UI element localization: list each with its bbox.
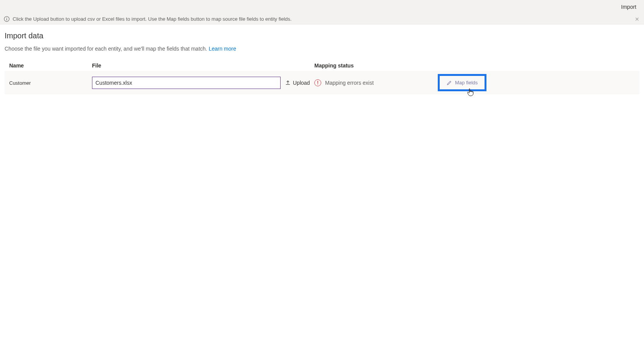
page-description: Choose the file you want imported for ea… <box>5 46 639 52</box>
upload-button[interactable]: Upload <box>285 80 310 86</box>
map-fields-highlight: Map fields <box>438 74 486 91</box>
upload-icon <box>285 80 291 86</box>
page-description-text: Choose the file you want imported for ea… <box>5 46 209 52</box>
main-content: Import data Choose the file you want imp… <box>0 25 644 94</box>
column-header-name: Name <box>9 62 92 69</box>
map-fields-label: Map fields <box>455 80 478 86</box>
pencil-icon <box>447 80 452 86</box>
import-header-label: Import <box>621 4 636 10</box>
mapping-status-text: Mapping errors exist <box>325 80 374 86</box>
column-header-action <box>424 62 635 69</box>
entity-name: Customer <box>9 80 31 86</box>
svg-rect-2 <box>7 18 7 20</box>
entity-row: Customer Upload ! <box>5 71 639 94</box>
column-header-status: Mapping status <box>313 62 424 69</box>
learn-more-link[interactable]: Learn more <box>209 46 236 52</box>
file-input[interactable] <box>92 77 281 89</box>
close-icon[interactable]: ✕ <box>635 16 639 22</box>
header-bar: Import <box>0 0 644 14</box>
error-icon: ! <box>314 79 321 86</box>
info-banner: Click the Upload button to upload csv or… <box>0 14 644 25</box>
map-fields-button[interactable]: Map fields <box>447 80 478 86</box>
info-icon <box>4 16 10 22</box>
entity-grid: Name File Mapping status Customer <box>5 62 639 94</box>
page-title: Import data <box>5 31 639 40</box>
svg-point-1 <box>7 18 7 18</box>
grid-header: Name File Mapping status <box>5 62 639 71</box>
upload-button-label: Upload <box>293 80 310 86</box>
mapping-status: ! Mapping errors exist <box>314 79 374 86</box>
column-header-file: File <box>92 62 313 69</box>
info-banner-text: Click the Upload button to upload csv or… <box>13 16 292 22</box>
